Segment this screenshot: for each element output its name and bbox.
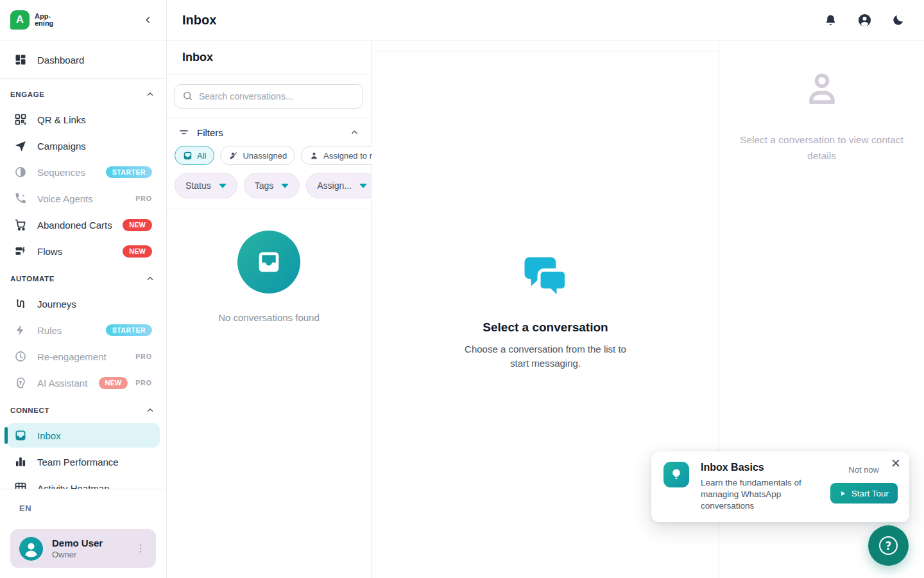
language-selector[interactable]: EN [10, 504, 156, 513]
bell-icon [824, 13, 837, 27]
filter-chip-unassigned[interactable]: Unassigned [220, 146, 295, 165]
section-header-connect[interactable]: CONNECT [0, 403, 166, 418]
dark-mode-toggle[interactable] [892, 13, 905, 26]
sidebar-item-label: Journeys [37, 299, 76, 310]
moon-icon [892, 13, 905, 26]
user-role: Owner [52, 550, 103, 559]
sidebar-item-label: Team Performance [37, 457, 119, 468]
sidebar-item-qr-links[interactable]: QR & Links [6, 107, 160, 132]
play-icon [839, 490, 846, 497]
sidebar-item-flows[interactable]: Flows NEW [6, 239, 160, 263]
not-now-button[interactable]: Not now [848, 465, 879, 475]
section-header-engage[interactable]: ENGAGE [0, 87, 166, 102]
sidebar-item-ai-assistant[interactable]: AI Assistant NEW PRO [6, 371, 160, 395]
user-meta: Demo User Owner [52, 538, 103, 559]
user-icon [309, 151, 319, 161]
logo-letter: A [16, 13, 24, 26]
sidebar-item-team-performance[interactable]: Team Performance [6, 450, 160, 474]
chevron-up-icon [146, 90, 155, 99]
sidebar-item-label: Flows [37, 246, 62, 257]
inbox-icon [183, 151, 193, 161]
chevron-down-icon [281, 184, 289, 188]
tour-title: Inbox Basics [701, 462, 809, 473]
sidebar-footer: EN Demo User Owner ⋮ [0, 489, 166, 578]
assignee-dropdown[interactable]: Assign... [306, 173, 378, 198]
zap-icon [14, 324, 27, 337]
bar-chart-icon [14, 455, 27, 468]
chevron-up-icon[interactable] [350, 128, 359, 137]
clock-icon [14, 350, 27, 363]
chevron-up-icon [146, 274, 155, 283]
section-label: CONNECT [10, 407, 49, 414]
sidebar-item-sequences[interactable]: Sequences STARTER [6, 160, 160, 184]
tour-tile [663, 462, 689, 487]
brand-line-2: ening [35, 20, 53, 27]
tour-description: Learn the fundamentals of managing Whats… [701, 477, 809, 512]
new-badge: NEW [123, 245, 152, 258]
sidebar-collapse-button[interactable] [141, 12, 156, 28]
chevron-down-icon [359, 184, 367, 188]
inbox-icon [14, 429, 27, 442]
search-input[interactable] [175, 84, 363, 109]
sidebar-nav: Dashboard ENGAGE QR & Links Campaigns Se… [0, 40, 166, 489]
sidebar-item-label: Abandoned Carts [37, 220, 112, 231]
tour-texts: Inbox Basics Learn the fundamentals of m… [701, 462, 809, 512]
filter-lines-icon [178, 127, 189, 138]
account-button[interactable] [857, 13, 872, 28]
inbox-icon [254, 247, 284, 277]
app-logo[interactable]: A App- ening [10, 10, 53, 30]
conversations-panel: Inbox Filters All Unassigned [167, 40, 372, 578]
close-icon[interactable]: ✕ [891, 457, 901, 469]
route-icon [14, 297, 27, 310]
tags-dropdown[interactable]: Tags [244, 173, 300, 198]
tour-popup: Inbox Basics Learn the fundamentals of m… [651, 451, 909, 522]
user-avatar [19, 537, 43, 561]
tour-actions: Not now Start Tour [830, 462, 898, 512]
qr-code-icon [14, 113, 27, 126]
help-button[interactable]: ? [868, 525, 909, 566]
user-slash-icon [228, 151, 238, 161]
sidebar-item-label: Sequences [37, 167, 85, 178]
sidebar-item-abandoned-carts[interactable]: Abandoned Carts NEW [6, 213, 160, 237]
empty-inbox-badge [237, 231, 300, 293]
sidebar-item-journeys[interactable]: Journeys [6, 292, 160, 316]
section-label: ENGAGE [10, 91, 44, 98]
shopping-cart-icon [14, 218, 27, 231]
chip-label: Unassigned [243, 151, 287, 161]
new-badge: NEW [99, 377, 128, 389]
user-circle-icon [19, 537, 43, 561]
chat-bubbles-icon [520, 252, 571, 304]
filter-chip-all[interactable]: All [175, 146, 214, 165]
sidebar-item-re-engagement[interactable]: Re-engagement PRO [6, 344, 160, 369]
notifications-button[interactable] [824, 13, 837, 27]
sidebar-item-inbox[interactable]: Inbox [6, 423, 160, 448]
section-label: AUTOMATE [10, 275, 55, 283]
topbar: Inbox [167, 0, 924, 40]
sidebar-item-voice-agents[interactable]: Voice Agents PRO [6, 186, 160, 211]
chevron-up-icon [146, 406, 155, 415]
divider [0, 78, 166, 79]
sidebar-item-label: Campaigns [37, 141, 86, 152]
sidebar-item-rules[interactable]: Rules STARTER [6, 318, 160, 342]
section-header-automate[interactable]: AUTOMATE [0, 271, 166, 286]
sidebar: A App- ening Dashboard ENGAGE [0, 0, 167, 578]
topbar-actions [824, 13, 905, 28]
question-mark-icon: ? [879, 536, 898, 555]
user-circle-icon [857, 13, 872, 28]
starter-badge: STARTER [106, 166, 152, 179]
start-tour-button[interactable]: Start Tour [830, 483, 898, 504]
sidebar-item-label: Activity Heatmap [37, 483, 110, 489]
sidebar-item-dashboard[interactable]: Dashboard [6, 48, 160, 72]
page-title: Inbox [182, 13, 216, 28]
sidebar-item-label: Dashboard [37, 55, 84, 66]
sidebar-item-label: Rules [37, 325, 62, 336]
filter-dropdowns: Status Tags Assign... [175, 173, 363, 198]
user-card[interactable]: Demo User Owner ⋮ [10, 529, 156, 568]
app-logo-text: App- ening [35, 13, 53, 27]
user-menu-dots-icon[interactable]: ⋮ [132, 539, 150, 557]
sidebar-item-activity-heatmap[interactable]: Activity Heatmap [6, 476, 160, 489]
status-dropdown[interactable]: Status [175, 173, 237, 198]
contact-empty-text: Select a conversation to view contact de… [726, 132, 918, 164]
sidebar-item-campaigns[interactable]: Campaigns [6, 134, 160, 158]
sidebar-item-label: QR & Links [37, 114, 86, 125]
